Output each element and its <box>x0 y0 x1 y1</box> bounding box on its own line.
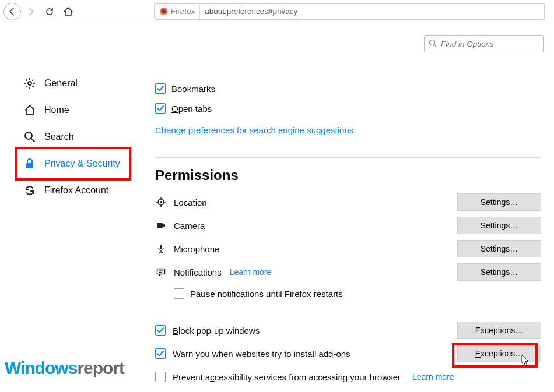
svg-line-10 <box>32 86 33 87</box>
sidebar-item-label: General <box>44 78 78 89</box>
microphone-icon <box>155 244 167 253</box>
search-icon <box>429 39 437 49</box>
perm-label: Camera <box>174 221 205 231</box>
sidebar-item-privacy[interactable]: Privacy & Security <box>16 150 140 177</box>
popup-exceptions-button[interactable]: Exceptions…Exceptions… <box>457 322 541 339</box>
svg-line-9 <box>26 80 27 81</box>
checkbox-pause-notifications[interactable]: Pause notifications until Firefox restar… <box>155 284 541 303</box>
perm-label: Location <box>174 197 207 207</box>
perm-location: Location Settings… <box>155 190 541 214</box>
sidebar-item-label: Firefox Account <box>44 185 108 196</box>
accessibility-learn-more-link[interactable]: Learn more <box>412 372 454 382</box>
permissions-heading: Permissions <box>155 167 541 183</box>
camera-settings-button[interactable]: Settings… <box>457 217 541 234</box>
forward-button[interactable] <box>22 3 40 20</box>
options-sidebar: General Home Search Privacy & Security F… <box>0 23 140 392</box>
svg-line-12 <box>32 80 33 81</box>
back-button[interactable] <box>3 3 21 20</box>
perm-camera: Camera Settings… <box>155 214 541 237</box>
checkbox-prevent-accessibility[interactable] <box>155 372 166 382</box>
notifications-learn-more-link[interactable]: Learn more <box>230 267 272 277</box>
watermark-part2: report <box>77 358 124 377</box>
svg-rect-22 <box>157 223 163 228</box>
checkbox-icon <box>174 288 184 299</box>
svg-line-11 <box>26 86 27 87</box>
checkbox-label: OOpen tabspen tabs <box>171 104 212 114</box>
checkbox-warn-addons[interactable] <box>155 348 166 359</box>
reload-button[interactable] <box>41 3 58 20</box>
perm-label: Notifications <box>174 267 222 277</box>
sidebar-item-home[interactable]: Home <box>16 97 140 123</box>
watermark: Windowsreport <box>5 358 124 378</box>
row-block-popups: Block pop-up windowsBlock pop-up windows… <box>155 319 541 342</box>
perm-notifications: Notifications Learn more Settings… <box>155 260 541 284</box>
search-input[interactable] <box>424 35 544 52</box>
checkbox-label: Prevent accessibility services from acce… <box>173 372 401 382</box>
sidebar-item-label: Home <box>44 105 69 115</box>
watermark-part1: Windows <box>5 358 77 377</box>
checkbox-label: BBookmarksookmarks <box>171 84 215 94</box>
search-icon <box>23 131 36 143</box>
sidebar-item-account[interactable]: Firefox Account <box>16 177 140 204</box>
checkbox-open-tabs[interactable]: OOpen tabspen tabs <box>155 98 541 118</box>
home-icon <box>23 104 36 116</box>
address-bar[interactable]: Firefox about:preferences#privacy <box>154 3 545 20</box>
firefox-icon <box>159 7 168 16</box>
sidebar-item-label: Privacy & Security <box>44 158 120 169</box>
svg-line-14 <box>31 139 34 142</box>
svg-rect-24 <box>157 269 165 274</box>
checkbox-block-popups[interactable] <box>155 325 166 336</box>
svg-point-13 <box>25 132 32 139</box>
checkbox-bookmarks[interactable]: BBookmarksookmarks <box>155 79 541 98</box>
microphone-settings-button[interactable]: Settings… <box>457 240 541 257</box>
row-prevent-accessibility: Prevent accessibility services from acce… <box>155 365 541 389</box>
checkbox-label: Pause notifications until Firefox restar… <box>190 289 343 299</box>
options-content: BBookmarksookmarks OOpen tabspen tabs Ch… <box>140 23 554 392</box>
svg-rect-23 <box>160 245 162 249</box>
svg-point-4 <box>28 82 31 85</box>
svg-line-3 <box>434 45 437 47</box>
browser-toolbar: Firefox about:preferences#privacy <box>0 0 554 23</box>
addons-exceptions-button[interactable]: Exceptions…Exceptions… <box>457 345 541 362</box>
svg-point-17 <box>160 201 162 203</box>
checkbox-label: Warn you when websites try to install ad… <box>173 349 350 359</box>
options-search <box>424 35 544 52</box>
gear-icon <box>23 77 36 89</box>
row-warn-addons: Warn you when websites try to install ad… <box>155 342 541 365</box>
home-button[interactable] <box>59 3 77 20</box>
perm-microphone: Microphone Settings… <box>155 237 541 260</box>
camera-icon <box>155 221 167 230</box>
sidebar-item-search[interactable]: Search <box>16 123 140 150</box>
svg-rect-15 <box>26 163 33 168</box>
perm-label: Microphone <box>174 244 219 254</box>
sidebar-item-label: Search <box>44 132 74 142</box>
identity-label: Firefox <box>171 7 195 16</box>
sync-icon <box>23 185 36 196</box>
location-settings-button[interactable]: Settings… <box>457 193 541 211</box>
location-icon <box>155 197 167 207</box>
lock-icon <box>23 158 36 169</box>
checkbox-icon <box>155 103 166 114</box>
notifications-icon <box>155 267 167 277</box>
checkbox-label: Block pop-up windowsBlock pop-up windows <box>173 326 260 336</box>
sidebar-item-general[interactable]: General <box>16 70 140 97</box>
checkbox-icon <box>155 83 166 94</box>
search-prefs-link[interactable]: Change preferences for search engine sug… <box>155 125 353 135</box>
url-text: about:preferences#privacy <box>200 7 302 16</box>
site-identity[interactable]: Firefox <box>155 4 200 19</box>
notifications-settings-button[interactable]: Settings… <box>457 263 541 281</box>
